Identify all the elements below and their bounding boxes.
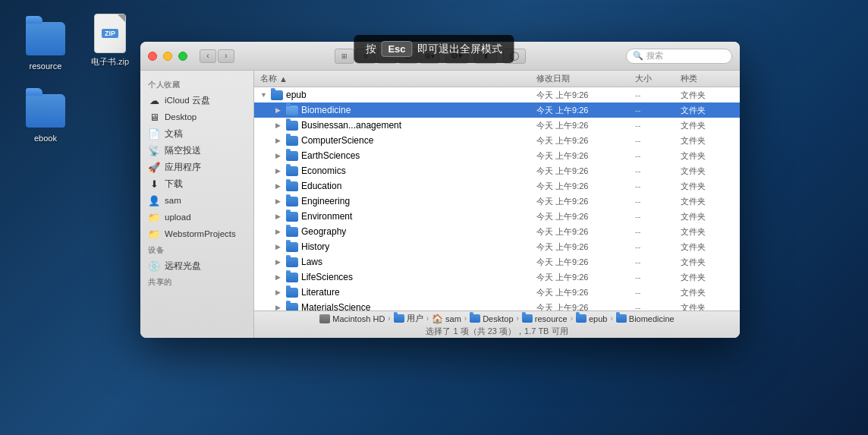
- minimize-button[interactable]: [163, 52, 172, 61]
- lit-name: Literature: [301, 287, 536, 298]
- bc-biomedicine-label: Biomedicine: [629, 314, 675, 323]
- bc-epub[interactable]: epub: [576, 314, 607, 323]
- expand-ms-arrow: ▶: [275, 304, 286, 310]
- bottom-bar: Macintosh HD › 用户 › 🏠 sam ›: [254, 310, 740, 338]
- bc-epub-icon: [576, 314, 587, 323]
- file-rows: ▼ epub 今天 上午9:26 -- 文件夹 ▶ Biomedicine 今天…: [254, 87, 740, 310]
- ebook-folder-icon[interactable]: ebook: [15, 91, 76, 143]
- eng-kind: 文件夹: [681, 196, 734, 207]
- expand-env-arrow: ▶: [275, 213, 286, 220]
- epub-name: epub: [286, 90, 536, 100]
- expand-epub-arrow: ▼: [260, 91, 271, 99]
- edu-name: Education: [301, 181, 536, 191]
- bc-sam[interactable]: 🏠 sam: [432, 314, 461, 324]
- ms-folder-icon: [286, 303, 298, 311]
- bc-sam-label: sam: [445, 314, 461, 323]
- expand-cs-arrow: ▶: [275, 137, 286, 144]
- biomedicine-size: --: [635, 106, 681, 115]
- file-row-environment[interactable]: ▶ Environment 今天 上午9:26 -- 文件夹: [254, 209, 740, 224]
- env-kind: 文件夹: [681, 211, 734, 222]
- resource-folder-icon[interactable]: resource: [15, 19, 76, 71]
- icon-view-button[interactable]: ⊞: [335, 49, 354, 64]
- search-box[interactable]: 🔍 搜索: [626, 49, 732, 64]
- sidebar-item-documents[interactable]: 📄 文稿: [140, 125, 253, 142]
- file-row-computerscience[interactable]: ▶ ComputerScience 今天 上午9:26 -- 文件夹: [254, 133, 740, 148]
- sidebar-webstorm-label: WebstormProjects: [165, 229, 236, 238]
- file-row-lifesciences[interactable]: ▶ LifeSciences 今天 上午9:26 -- 文件夹: [254, 270, 740, 285]
- sidebar-item-desktop[interactable]: 🖥 Desktop: [140, 109, 253, 125]
- status-bar: 选择了 1 项（共 23 项），1.7 TB 可用: [426, 326, 568, 338]
- epub-row[interactable]: ▼ epub 今天 上午9:26 -- 文件夹: [254, 87, 740, 102]
- bc-sep-4: ›: [517, 314, 519, 323]
- eng-date: 今天 上午9:26: [536, 196, 635, 207]
- expand-hist-arrow: ▶: [275, 243, 286, 251]
- sidebar-applications-label: 应用程序: [165, 162, 201, 173]
- epub-kind: 文件夹: [681, 90, 734, 101]
- es-name: EarthSciences: [301, 150, 536, 161]
- laws-size: --: [635, 257, 681, 266]
- bc-desktop[interactable]: Desktop: [470, 314, 513, 323]
- hist-folder-icon: [286, 242, 298, 252]
- file-row-literature[interactable]: ▶ Literature 今天 上午9:26 -- 文件夹: [254, 285, 740, 300]
- bc-sep-3: ›: [464, 314, 467, 323]
- forward-button[interactable]: ›: [218, 49, 234, 63]
- file-row-laws[interactable]: ▶ Laws 今天 上午9:26 -- 文件夹: [254, 254, 740, 270]
- sidebar-item-icloud[interactable]: ☁ iCloud 云盘: [140, 92, 253, 109]
- status-text: 选择了 1 项（共 23 项），1.7 TB 可用: [426, 326, 568, 336]
- back-button[interactable]: ‹: [200, 49, 216, 63]
- edu-date: 今天 上午9:26: [536, 181, 635, 192]
- col-name-header[interactable]: 名称 ▲: [260, 73, 536, 84]
- webstorm-icon: 📁: [148, 228, 160, 240]
- cs-date: 今天 上午9:26: [536, 135, 635, 147]
- bc-biomedicine[interactable]: Biomedicine: [616, 314, 675, 323]
- sidebar-item-remote-disk[interactable]: 💿 远程光盘: [140, 257, 253, 274]
- file-row-geography[interactable]: ▶ Geography 今天 上午9:26 -- 文件夹: [254, 224, 740, 239]
- bc-users[interactable]: 用户: [394, 313, 423, 324]
- ba-size: --: [635, 121, 681, 130]
- col-date-header[interactable]: 修改日期: [536, 73, 635, 84]
- file-row-economics[interactable]: ▶ Economics 今天 上午9:26 -- 文件夹: [254, 163, 740, 178]
- bc-macintosh-hd[interactable]: Macintosh HD: [319, 314, 385, 323]
- env-date: 今天 上午9:26: [536, 211, 635, 222]
- zip-file-icon[interactable]: ZIP 电子书.zip: [80, 14, 140, 68]
- file-row-engineering[interactable]: ▶ Engineering 今天 上午9:26 -- 文件夹: [254, 194, 740, 209]
- file-row-education[interactable]: ▶ Education 今天 上午9:26 -- 文件夹: [254, 178, 740, 194]
- geo-date: 今天 上午9:26: [536, 226, 635, 238]
- search-icon: 🔍: [633, 51, 643, 61]
- lit-folder-icon: [286, 288, 298, 298]
- biomedicine-date: 今天 上午9:26: [536, 105, 635, 116]
- file-row-earthsciences[interactable]: ▶ EarthSciences 今天 上午9:26 -- 文件夹: [254, 148, 740, 163]
- airdrop-icon: 📡: [148, 144, 160, 156]
- col-kind-header[interactable]: 种类: [681, 73, 734, 84]
- expand-eco-arrow: ▶: [275, 167, 286, 175]
- ls-size: --: [635, 273, 681, 282]
- documents-icon: 📄: [148, 128, 160, 140]
- sidebar-item-applications[interactable]: 🚀 应用程序: [140, 159, 253, 175]
- sidebar-item-airdrop[interactable]: 📡 隔空投送: [140, 142, 253, 159]
- hist-date: 今天 上午9:26: [536, 241, 635, 253]
- sidebar-item-upload[interactable]: 📁 upload: [140, 209, 253, 225]
- personal-section-label: 个人收藏: [140, 77, 253, 92]
- env-size: --: [635, 212, 681, 221]
- hist-size: --: [635, 242, 681, 251]
- file-row-materialsscience[interactable]: ▶ MaterialsScience 今天 上午9:26 -- 文件夹: [254, 300, 740, 310]
- geo-size: --: [635, 227, 681, 236]
- sidebar-downloads-label: 下载: [165, 178, 183, 190]
- sidebar-item-webstorm[interactable]: 📁 WebstormProjects: [140, 225, 253, 242]
- epub-folder-icon: [271, 90, 283, 100]
- file-list-area: 名称 ▲ 修改日期 大小 种类: [254, 71, 740, 338]
- file-row-history[interactable]: ▶ History 今天 上午9:26 -- 文件夹: [254, 239, 740, 254]
- sidebar-remote-disk-label: 远程光盘: [165, 260, 201, 272]
- desktop-icon-sidebar: 🖥: [148, 111, 160, 123]
- fullscreen-button[interactable]: [178, 52, 187, 61]
- sidebar-item-sam[interactable]: 👤 sam: [140, 192, 253, 209]
- bc-resource-label: resource: [535, 314, 568, 323]
- bc-resource[interactable]: resource: [522, 314, 568, 323]
- laws-kind: 文件夹: [681, 257, 734, 268]
- file-row-businessanagement[interactable]: ▶ Businessan...anagement 今天 上午9:26 -- 文件…: [254, 118, 740, 133]
- file-row-biomedicine[interactable]: ▶ Biomedicine 今天 上午9:26 -- 文件夹: [254, 102, 740, 118]
- es-kind: 文件夹: [681, 150, 734, 162]
- close-button[interactable]: [148, 52, 157, 61]
- sidebar-item-downloads[interactable]: ⬇ 下载: [140, 175, 253, 192]
- col-size-header[interactable]: 大小: [635, 73, 681, 84]
